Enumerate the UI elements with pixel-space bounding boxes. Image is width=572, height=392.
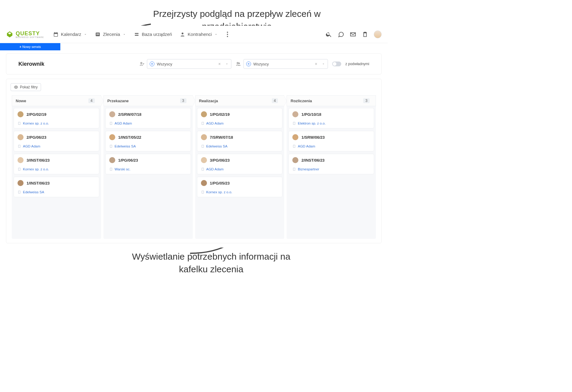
svg-rect-30 bbox=[110, 168, 112, 170]
order-card[interactable]: 2/PG/02/19Kornex sp. z o.o. bbox=[14, 108, 99, 128]
nav-contractors[interactable]: Kontrahenci bbox=[180, 32, 218, 37]
assignee-avatar bbox=[292, 134, 298, 140]
column-count: 4 bbox=[88, 98, 95, 103]
order-card[interactable]: 1/INST/05/22Edelweiss SA bbox=[105, 131, 191, 151]
clipboard-icon[interactable] bbox=[362, 31, 368, 38]
column-count: 3 bbox=[180, 98, 186, 103]
column-title: Nowe bbox=[16, 99, 26, 103]
nav-more[interactable] bbox=[226, 30, 229, 38]
building-icon bbox=[109, 167, 113, 171]
order-card[interactable]: 2/SRW/07/18AGD Adam bbox=[105, 108, 191, 128]
column-header: Nowe4 bbox=[12, 95, 101, 106]
svg-rect-18 bbox=[18, 168, 20, 170]
storage-icon bbox=[134, 32, 139, 37]
chat-icon[interactable] bbox=[338, 31, 344, 38]
user-avatar[interactable] bbox=[374, 30, 382, 38]
column-body: 2/SRW/07/18AGD Adam1/INST/05/22Edelweiss… bbox=[103, 106, 193, 239]
search-icon[interactable] bbox=[326, 31, 332, 38]
company-name: AGD Adam bbox=[206, 167, 224, 171]
svg-point-7 bbox=[237, 62, 238, 64]
clear-icon[interactable]: × bbox=[218, 62, 221, 66]
svg-rect-2 bbox=[97, 34, 99, 35]
logo[interactable]: QUESTY BUSINESS SOFTWARE bbox=[6, 30, 44, 38]
kanban-column: Przekazane32/SRW/07/18AGD Adam1/INST/05/… bbox=[102, 95, 194, 239]
chevron-down-icon bbox=[84, 33, 87, 36]
assignee-avatar bbox=[17, 180, 24, 186]
topbar: QUESTY BUSINESS SOFTWARE Kalendarz Zlece… bbox=[0, 26, 388, 43]
svg-rect-21 bbox=[18, 191, 20, 193]
group-badge-icon bbox=[236, 61, 241, 67]
order-id: 2/INST/06/23 bbox=[301, 158, 325, 163]
assignee-avatar bbox=[17, 134, 24, 140]
company-name: Edelweiss SA bbox=[115, 144, 136, 148]
building-icon bbox=[17, 144, 21, 148]
main-nav: Kalendarz Zlecenia Baza urządzeń Kontrah… bbox=[53, 30, 326, 38]
building-icon bbox=[17, 190, 21, 194]
order-id: 1/PG/05/23 bbox=[210, 181, 230, 185]
company-name: Biznespartner bbox=[298, 167, 319, 171]
company-name: Elektron sp. z o.o. bbox=[298, 122, 326, 125]
building-icon bbox=[109, 122, 113, 125]
column-count: 3 bbox=[363, 98, 370, 103]
svg-point-9 bbox=[248, 63, 249, 64]
calendar-icon bbox=[53, 32, 59, 37]
assignee-avatar bbox=[201, 134, 207, 140]
order-card[interactable]: 1/PG/06/23Warski sc. bbox=[105, 154, 191, 174]
nav-devices[interactable]: Baza urządzeń bbox=[134, 32, 172, 37]
assignee-avatar bbox=[292, 111, 298, 117]
company-name: AGD Adam bbox=[206, 122, 224, 125]
page-title: Kierownik bbox=[18, 61, 44, 67]
order-card[interactable]: 1/PG/10/18Elektron sp. z o.o. bbox=[288, 108, 374, 128]
building-icon bbox=[201, 144, 205, 148]
svg-rect-1 bbox=[97, 33, 99, 34]
building-icon bbox=[17, 167, 21, 171]
order-card[interactable]: 3/INST/06/23Kornex sp. z o.o. bbox=[14, 154, 99, 174]
nav-calendar[interactable]: Kalendarz bbox=[53, 32, 87, 37]
select-person-1[interactable]: Wszyscy × bbox=[147, 59, 231, 69]
order-id: 1/PG/10/18 bbox=[301, 112, 321, 117]
show-filters-button[interactable]: Pokaż filtry bbox=[11, 83, 41, 91]
person-icon bbox=[180, 32, 185, 37]
svg-rect-39 bbox=[202, 168, 204, 170]
company-name: Kornex sp. z o.o. bbox=[23, 122, 49, 125]
order-card[interactable]: 2/PG/06/23AGD Adam bbox=[14, 131, 99, 151]
svg-point-5 bbox=[151, 63, 152, 64]
company-name: Edelweiss SA bbox=[23, 190, 44, 194]
subordinates-toggle[interactable] bbox=[332, 62, 341, 66]
chevron-down-icon bbox=[214, 33, 218, 36]
order-card[interactable]: 1/INST/06/23Edelweiss SA bbox=[14, 177, 99, 197]
eye-icon bbox=[14, 85, 18, 89]
assignee-avatar bbox=[292, 157, 298, 163]
svg-point-6 bbox=[152, 63, 153, 64]
company-name: AGD Adam bbox=[23, 144, 40, 148]
clear-icon[interactable]: × bbox=[315, 62, 317, 66]
chevron-down-icon bbox=[225, 62, 229, 66]
order-card[interactable]: 1/PG/02/19AGD Adam bbox=[197, 108, 283, 128]
column-body: 2/PG/02/19Kornex sp. z o.o.2/PG/06/23AGD… bbox=[12, 106, 101, 239]
new-service-button[interactable]: Nowy serwis bbox=[0, 43, 60, 50]
kanban-column: Realizacja41/PG/02/19AGD Adam7/SRW/07/18… bbox=[194, 95, 286, 239]
building-icon bbox=[201, 190, 205, 194]
svg-point-4 bbox=[141, 62, 142, 64]
assignee-avatar bbox=[109, 134, 115, 140]
order-card[interactable]: 7/SRW/07/18Edelweiss SA bbox=[197, 131, 283, 151]
column-count: 4 bbox=[272, 98, 278, 103]
column-title: Rozliczenia bbox=[291, 99, 312, 103]
svg-rect-27 bbox=[110, 145, 112, 147]
building-icon bbox=[292, 144, 296, 148]
column-header: Realizacja4 bbox=[195, 95, 284, 106]
header-bar: Kierownik Wszyscy × Wszyscy × z podwładn… bbox=[6, 53, 382, 74]
order-card[interactable]: 3/PG/06/23AGD Adam bbox=[197, 154, 283, 174]
nav-orders[interactable]: Zlecenia bbox=[95, 32, 126, 37]
chevron-down-icon bbox=[322, 62, 325, 66]
kanban-board: Nowe42/PG/02/19Kornex sp. z o.o.2/PG/06/… bbox=[11, 95, 377, 239]
order-card[interactable]: 1/SRW/06/23AGD Adam bbox=[288, 131, 374, 151]
order-card[interactable]: 2/INST/06/23Biznespartner bbox=[288, 154, 374, 174]
select-person-2[interactable]: Wszyscy × bbox=[243, 59, 328, 69]
building-icon bbox=[17, 122, 21, 125]
company-name: AGD Adam bbox=[115, 122, 132, 125]
assignee-avatar bbox=[201, 157, 207, 163]
order-card[interactable]: 1/PG/05/23Kornex sp. z o.o. bbox=[197, 177, 283, 197]
mail-icon[interactable] bbox=[350, 31, 356, 38]
building-icon bbox=[292, 167, 296, 171]
